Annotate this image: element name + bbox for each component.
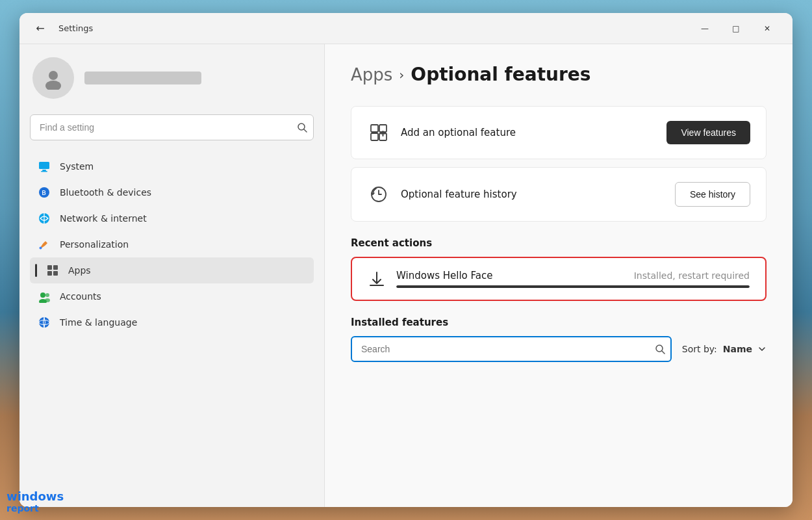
minimize-button[interactable]: — (690, 18, 720, 39)
sidebar-item-network[interactable]: Network & internet (30, 205, 314, 231)
svg-point-11 (40, 247, 42, 250)
nav-list: System ʙ Bluetooth & devices (30, 153, 314, 335)
user-name (84, 72, 201, 84)
titlebar: ← Settings — □ ✕ (19, 13, 793, 44)
settings-window: ← Settings — □ ✕ (19, 13, 793, 507)
breadcrumb: Apps › Optional features (351, 64, 767, 85)
svg-rect-15 (53, 271, 58, 276)
see-history-button[interactable]: See history (675, 182, 750, 207)
svg-point-19 (45, 298, 50, 302)
sidebar-item-system-label: System (60, 161, 94, 172)
add-feature-icon (367, 121, 390, 144)
download-icon (368, 270, 386, 288)
sort-value: Name (723, 344, 752, 354)
recent-item-content: Windows Hello Face Installed, restart re… (396, 270, 750, 288)
svg-rect-22 (371, 125, 378, 132)
sidebar-item-personalization-label: Personalization (60, 239, 129, 250)
close-button[interactable]: ✕ (752, 18, 782, 39)
right-panel: Apps › Optional features Add an opti (325, 44, 793, 507)
sort-label: Sort by: Name (682, 344, 752, 354)
recent-item-row: Windows Hello Face Installed, restart re… (396, 270, 750, 281)
sidebar-item-apps-label: Apps (68, 265, 91, 276)
svg-point-16 (40, 292, 45, 298)
search-box (30, 114, 314, 140)
search-input[interactable] (30, 114, 314, 140)
sidebar-item-bluetooth[interactable]: ʙ Bluetooth & devices (30, 179, 314, 205)
svg-rect-4 (39, 162, 49, 169)
svg-line-31 (662, 351, 665, 354)
sidebar-item-system[interactable]: System (30, 153, 314, 179)
recent-actions-title: Recent actions (351, 237, 767, 249)
view-features-button[interactable]: View features (666, 121, 750, 144)
svg-rect-12 (47, 265, 52, 270)
user-profile (30, 57, 314, 99)
feature-history-label: Optional feature history (401, 188, 665, 200)
sidebar-item-network-label: Network & internet (60, 213, 147, 224)
breadcrumb-chevron-icon: › (399, 67, 404, 83)
installed-features-section: Installed features Sort by: (351, 317, 767, 362)
sidebar: System ʙ Bluetooth & devices (19, 44, 325, 507)
monitor-icon (38, 160, 51, 173)
sidebar-item-personalization[interactable]: Personalization (30, 231, 314, 257)
add-feature-label: Add an optional feature (401, 127, 656, 138)
avatar (32, 57, 74, 99)
installed-search-input[interactable] (351, 336, 672, 362)
accounts-icon (38, 290, 51, 303)
progress-bar-fill (396, 285, 750, 288)
brush-icon (38, 238, 51, 251)
sidebar-item-time-label: Time & language (60, 317, 137, 328)
svg-text:ʙ: ʙ (42, 188, 46, 197)
window-controls: — □ ✕ (690, 18, 782, 39)
bluetooth-icon: ʙ (38, 186, 51, 199)
main-content: System ʙ Bluetooth & devices (19, 44, 793, 507)
sidebar-item-apps[interactable]: Apps (30, 257, 314, 283)
breadcrumb-current: Optional features (411, 64, 590, 85)
svg-line-3 (304, 129, 307, 132)
installed-search-icon (655, 344, 665, 354)
recent-action-item: Windows Hello Face Installed, restart re… (351, 257, 767, 301)
sidebar-item-time[interactable]: Time & language (30, 309, 314, 335)
breadcrumb-parent: Apps (351, 65, 392, 84)
chevron-down-icon (757, 344, 767, 354)
feature-history-card: Optional feature history See history (351, 167, 767, 222)
network-icon (38, 212, 51, 225)
history-icon (367, 183, 390, 206)
globe-icon (38, 316, 51, 329)
svg-rect-14 (47, 271, 52, 276)
maximize-button[interactable]: □ (721, 18, 751, 39)
sort-dropdown[interactable]: Sort by: Name (682, 344, 767, 354)
svg-rect-6 (41, 171, 47, 172)
apps-icon (46, 264, 59, 277)
sidebar-item-accounts-label: Accounts (60, 291, 101, 302)
window-title: Settings (58, 23, 93, 33)
installed-search-row: Sort by: Name (351, 336, 767, 362)
svg-point-18 (45, 293, 49, 297)
back-button[interactable]: ← (30, 18, 51, 39)
installed-features-title: Installed features (351, 317, 767, 328)
sidebar-item-bluetooth-label: Bluetooth & devices (60, 187, 151, 198)
svg-point-20 (39, 317, 49, 328)
svg-rect-13 (53, 265, 58, 270)
svg-rect-24 (371, 133, 378, 140)
progress-bar-track (396, 285, 750, 288)
svg-point-1 (45, 81, 61, 90)
watermark: windows report (6, 489, 64, 514)
search-icon[interactable] (297, 122, 307, 133)
installed-search-box (351, 336, 672, 362)
user-icon (42, 66, 65, 90)
recent-item-name: Windows Hello Face (396, 270, 492, 281)
add-feature-card: Add an optional feature View features (351, 106, 767, 159)
sidebar-item-accounts[interactable]: Accounts (30, 283, 314, 309)
svg-rect-5 (42, 170, 46, 171)
recent-item-status: Installed, restart required (634, 270, 750, 281)
svg-point-0 (49, 71, 58, 80)
